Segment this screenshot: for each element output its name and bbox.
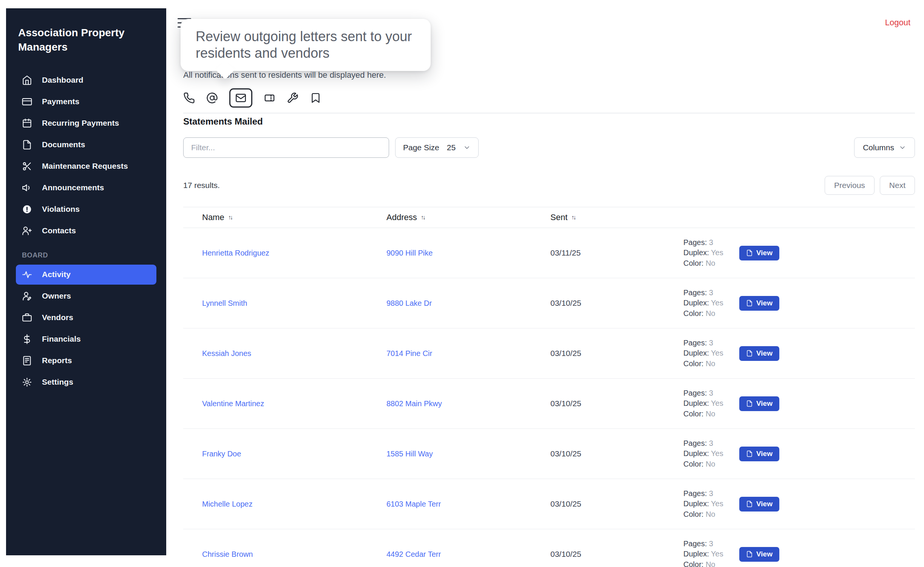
column-header-sent[interactable]: Sent ↑↓	[550, 213, 683, 222]
activity-icon	[22, 270, 32, 280]
print-details: Pages: 3 Duplex: Yes Color: No	[683, 388, 739, 419]
sidebar-item-activity[interactable]: Activity	[16, 265, 156, 285]
view-button[interactable]: View	[739, 296, 779, 311]
duplex-label: Duplex:	[683, 550, 709, 558]
sidebar-item-vendors[interactable]: Vendors	[16, 308, 156, 328]
main-content: All notifications sent to residents will…	[183, 0, 915, 567]
sidebar: Association Property Managers DashboardP…	[6, 8, 166, 555]
address-link[interactable]: 6103 Maple Terr	[386, 500, 441, 508]
sidebar-item-payments[interactable]: Payments	[16, 92, 156, 112]
duplex-value: Yes	[711, 449, 723, 458]
wrench-tab[interactable]	[287, 89, 298, 107]
ticket-tab[interactable]	[264, 89, 275, 107]
sidebar-item-financials[interactable]: Financials	[16, 329, 156, 349]
pages-value: 3	[709, 539, 713, 548]
sent-date: 03/10/25	[550, 399, 683, 408]
filter-input[interactable]	[183, 137, 389, 158]
sort-icon[interactable]: ↑↓	[571, 214, 575, 221]
sidebar-item-label: Payments	[42, 97, 79, 106]
page-size-select[interactable]: Page Size 25	[395, 137, 479, 158]
sent-date: 03/10/25	[550, 349, 683, 358]
address-link[interactable]: 1585 Hill Way	[386, 450, 433, 458]
columns-button[interactable]: Columns	[854, 137, 915, 158]
sidebar-item-settings[interactable]: Settings	[16, 372, 156, 392]
view-button[interactable]: View	[739, 346, 779, 361]
color-value: No	[706, 410, 715, 418]
color-value: No	[706, 259, 715, 267]
sidebar-item-label: Contacts	[42, 226, 76, 235]
view-button[interactable]: View	[739, 547, 779, 562]
sidebar-item-maintenance-requests[interactable]: Maintenance Requests	[16, 156, 156, 176]
column-header-name[interactable]: Name ↑↓	[202, 213, 386, 222]
view-button[interactable]: View	[739, 447, 779, 461]
sort-icon[interactable]: ↑↓	[228, 214, 232, 221]
duplex-value: Yes	[711, 299, 723, 307]
wrench-icon	[287, 92, 298, 104]
print-details: Pages: 3 Duplex: Yes Color: No	[683, 237, 739, 269]
document-icon	[746, 300, 753, 307]
duplex-value: Yes	[711, 499, 723, 508]
sidebar-item-violations[interactable]: Violations	[16, 199, 156, 219]
sort-icon[interactable]: ↑↓	[421, 214, 425, 221]
resident-name-link[interactable]: Michelle Lopez	[202, 500, 252, 508]
table-row: Henrietta Rodriguez 9090 Hill Pike 03/11…	[183, 228, 915, 278]
pages-label: Pages:	[683, 288, 707, 297]
resident-name-link[interactable]: Franky Doe	[202, 450, 241, 458]
tools-icon	[22, 161, 32, 171]
address-link[interactable]: 8802 Main Pkwy	[386, 399, 442, 408]
view-button[interactable]: View	[739, 246, 779, 260]
color-value: No	[706, 359, 715, 368]
tooltip: Review outgoing letters sent to your res…	[181, 19, 431, 71]
resident-name-link[interactable]: Chrissie Brown	[202, 550, 253, 558]
address-link[interactable]: 9880 Lake Dr	[386, 299, 432, 307]
view-label: View	[756, 399, 773, 408]
document-icon	[746, 551, 753, 558]
print-details: Pages: 3 Duplex: Yes Color: No	[683, 288, 739, 319]
pages-value: 3	[709, 339, 713, 347]
table-row: Valentine Martinez 8802 Main Pkwy 03/10/…	[183, 379, 915, 429]
view-button[interactable]: View	[739, 497, 779, 512]
table-body: Henrietta Rodriguez 9090 Hill Pike 03/11…	[183, 228, 915, 567]
calendar-icon	[22, 118, 32, 128]
column-header-address[interactable]: Address ↑↓	[386, 213, 550, 222]
sidebar-item-reports[interactable]: Reports	[16, 351, 156, 371]
resident-name-link[interactable]: Henrietta Rodriguez	[202, 249, 269, 257]
pages-label: Pages:	[683, 439, 707, 447]
at-tab[interactable]	[206, 89, 218, 107]
address-link[interactable]: 9090 Hill Pike	[386, 249, 433, 257]
page: Association Property Managers DashboardP…	[0, 0, 924, 567]
activity-description: All notifications sent to residents will…	[183, 70, 386, 80]
sidebar-item-dashboard[interactable]: Dashboard	[16, 70, 156, 90]
chevron-down-icon	[899, 144, 906, 151]
phone-tab[interactable]	[183, 89, 195, 107]
bookmark-tab[interactable]	[310, 89, 321, 107]
view-button[interactable]: View	[739, 396, 779, 411]
statements-table: Name ↑↓ Address ↑↓ Sent ↑↓ Henrietta Rod…	[183, 207, 915, 567]
resident-name-link[interactable]: Lynnell Smith	[202, 299, 247, 307]
address-link[interactable]: 4492 Cedar Terr	[386, 550, 441, 558]
sidebar-item-announcements[interactable]: Announcements	[16, 178, 156, 198]
sidebar-item-recurring-payments[interactable]: Recurring Payments	[16, 113, 156, 133]
sidebar-item-owners[interactable]: Owners	[16, 286, 156, 306]
resident-name-link[interactable]: Kessiah Jones	[202, 349, 251, 357]
logout-link[interactable]: Logout	[885, 18, 910, 28]
duplex-label: Duplex:	[683, 449, 709, 458]
color-label: Color:	[683, 510, 703, 518]
sidebar-item-contacts[interactable]: Contacts	[16, 221, 156, 241]
letter-tab[interactable]	[229, 88, 252, 108]
color-value: No	[706, 560, 715, 567]
pages-label: Pages:	[683, 389, 707, 397]
resident-name-link[interactable]: Valentine Martinez	[202, 399, 264, 408]
sent-date: 03/10/25	[550, 449, 683, 458]
previous-button[interactable]: Previous	[825, 176, 875, 195]
duplex-label: Duplex:	[683, 349, 709, 357]
color-label: Color:	[683, 259, 703, 267]
duplex-label: Duplex:	[683, 299, 709, 307]
sidebar-item-documents[interactable]: Documents	[16, 135, 156, 155]
next-button[interactable]: Next	[880, 176, 915, 195]
address-link[interactable]: 7014 Pine Cir	[386, 349, 432, 357]
pages-value: 3	[709, 389, 713, 397]
sidebar-item-label: Announcements	[42, 183, 104, 192]
person-icon	[22, 291, 32, 301]
view-label: View	[756, 550, 773, 558]
